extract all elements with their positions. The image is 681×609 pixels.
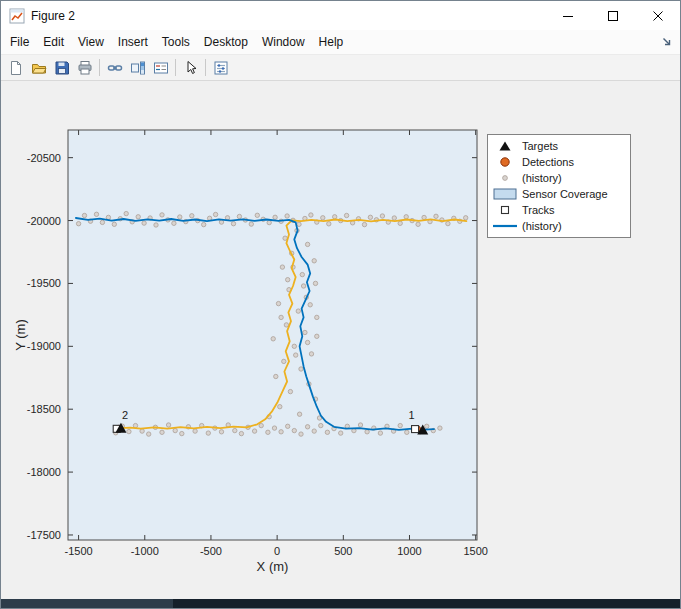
legend-row-detections-history: (history) <box>488 170 630 186</box>
legend-label: Detections <box>522 156 574 168</box>
close-icon <box>653 11 663 21</box>
y-tick-label: -18500 <box>27 403 61 415</box>
detection-history-dot <box>438 426 442 430</box>
detection-history-dot <box>112 222 116 226</box>
insert-legend-icon <box>153 60 169 76</box>
detection-history-dot <box>259 423 263 427</box>
detection-history-dot <box>344 213 348 217</box>
legend-label: Targets <box>522 140 558 152</box>
link-plot-button[interactable] <box>103 57 126 79</box>
detection-history-dot <box>239 431 243 435</box>
detection-history-dot <box>274 374 278 378</box>
detection-history-dot <box>365 430 369 434</box>
detection-history-dot <box>333 215 337 219</box>
detection-history-dot <box>276 301 280 305</box>
detection-history-dot <box>266 430 270 434</box>
detection-history-dot <box>160 430 164 434</box>
maximize-button[interactable] <box>590 1 635 30</box>
detection-history-dot <box>286 278 290 282</box>
detection-history-dot <box>82 213 86 217</box>
detection-history-dot <box>312 429 316 433</box>
x-tick-label: 0 <box>274 545 280 557</box>
detection-history-dot <box>142 221 146 225</box>
detection-history-dot <box>312 259 316 263</box>
detection-history-dot <box>249 222 253 226</box>
detection-history-dot <box>180 431 184 435</box>
toolbar-separator <box>99 59 100 76</box>
detection-history-dot <box>279 430 283 434</box>
track-label: 2 <box>122 409 128 421</box>
legend[interactable]: Targets Detections (history) Sensor Cove… <box>487 134 631 238</box>
detection-history-dot <box>202 222 206 226</box>
detection-history-dot <box>297 412 301 416</box>
x-tick-label: -1500 <box>65 545 93 557</box>
legend-row-tracks: Tracks <box>488 202 630 218</box>
detection-history-dot <box>309 352 313 356</box>
detection-history-dot <box>136 215 140 219</box>
detection-history-dot <box>398 221 402 225</box>
x-tick-label: -500 <box>200 545 222 557</box>
detection-history-dot <box>190 214 194 218</box>
legend-label: Tracks <box>522 204 555 216</box>
edit-plot-button[interactable] <box>179 57 202 79</box>
edit-plot-arrow-icon <box>183 60 199 76</box>
menu-tools[interactable]: Tools <box>155 32 197 52</box>
detection-history-dot <box>405 430 409 434</box>
detection-history-dot <box>206 431 210 435</box>
detection-history-dot <box>300 272 304 276</box>
detection-history-dot <box>160 213 164 217</box>
detection-history-dot <box>362 222 366 226</box>
y-tick-label: -19500 <box>27 277 61 289</box>
detection-history-dot <box>380 214 384 218</box>
detection-history-dot <box>154 223 158 227</box>
insert-colorbar-button[interactable] <box>126 57 149 79</box>
detection-history-dot <box>278 405 282 409</box>
link-plot-icon <box>107 60 123 76</box>
bottom-edge-strip <box>1 599 680 608</box>
detection-history-dot <box>299 432 303 436</box>
minimize-button[interactable] <box>545 1 590 30</box>
titlebar[interactable]: Figure 2 <box>1 1 680 30</box>
detection-history-dot <box>305 340 309 344</box>
property-inspector-icon <box>213 60 229 76</box>
detection-history-dot <box>392 216 396 220</box>
minimize-icon <box>563 11 573 21</box>
menu-help[interactable]: Help <box>312 32 351 52</box>
detection-history-dot <box>378 431 382 435</box>
detection-history-dot <box>172 221 176 225</box>
detection-history-dot <box>166 423 170 427</box>
menu-view[interactable]: View <box>71 32 111 52</box>
x-axis-label: X (m) <box>68 559 477 574</box>
detection-history-dot <box>285 214 289 218</box>
menu-insert[interactable]: Insert <box>111 32 155 52</box>
menu-edit[interactable]: Edit <box>36 32 71 52</box>
detection-history-dot <box>173 428 177 432</box>
open-file-icon <box>31 60 47 76</box>
detection-history-dot <box>292 428 296 432</box>
new-figure-button[interactable] <box>4 57 27 79</box>
figure-window: Figure 2 File Edit View Insert Tools Des… <box>0 0 681 609</box>
open-file-button[interactable] <box>27 57 50 79</box>
y-tick-label: -20000 <box>27 215 61 227</box>
legend-row-tracks-history: (history) <box>488 218 630 234</box>
print-figure-button[interactable] <box>73 57 96 79</box>
track-label: 1 <box>408 409 414 421</box>
menu-file[interactable]: File <box>3 32 36 52</box>
menu-desktop[interactable]: Desktop <box>197 32 255 52</box>
property-inspector-button[interactable] <box>209 57 232 79</box>
detection-history-dot <box>296 309 300 313</box>
detection-history-dot <box>267 220 271 224</box>
x-tick-label: 1000 <box>397 545 421 557</box>
dock-figure-button[interactable] <box>661 36 673 48</box>
maximize-icon <box>608 11 618 21</box>
figure-app-icon <box>9 8 25 24</box>
detection-history-dot <box>299 367 303 371</box>
close-button[interactable] <box>635 1 680 30</box>
detection-history-dot <box>127 429 131 433</box>
menu-window[interactable]: Window <box>255 32 312 52</box>
save-figure-button[interactable] <box>50 57 73 79</box>
insert-legend-button[interactable] <box>149 57 172 79</box>
track-marker <box>412 426 419 433</box>
detection-history-dot <box>124 211 128 215</box>
detection-history-dot <box>286 424 290 428</box>
